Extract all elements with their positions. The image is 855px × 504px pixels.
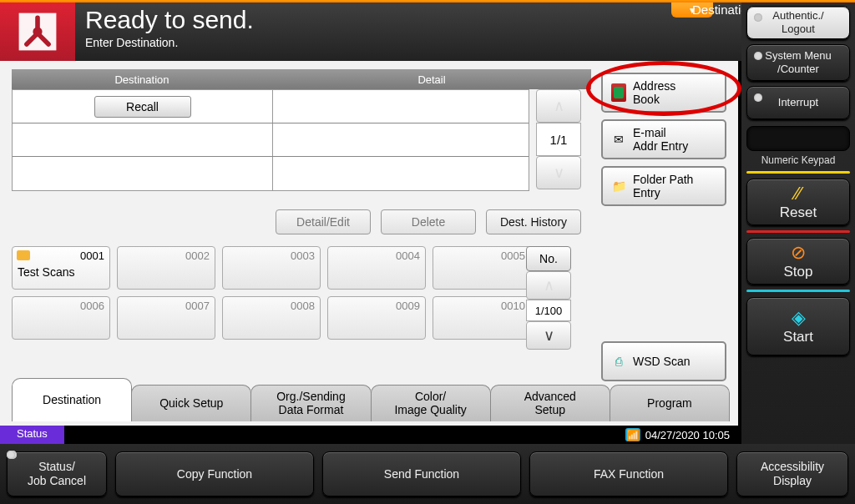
address-book-button[interactable]: Address Book [601, 73, 726, 113]
one-touch-cell[interactable]: 0002 [117, 246, 215, 290]
clock: 04/27/2020 10:05 [645, 429, 730, 441]
cell-number: 0004 [396, 249, 420, 262]
cell-name: Test Scans [18, 265, 104, 279]
one-touch-grid: 0001Test Scans00020003000400050006000700… [12, 246, 531, 340]
interrupt-button[interactable]: Interrupt [746, 86, 850, 119]
one-touch-cell[interactable]: 0005 [433, 246, 531, 290]
start-button[interactable]: ◈Start [746, 297, 850, 355]
status-indicator[interactable]: Status [0, 426, 64, 444]
cell-number: 0005 [501, 249, 525, 262]
numeric-keypad-label: Numeric Keypad [746, 154, 850, 166]
delete-button[interactable]: Delete [381, 209, 476, 234]
one-touch-cell[interactable]: 0006 [12, 296, 110, 340]
scroll-up-icon[interactable]: ∧ [536, 89, 581, 123]
reset-button[interactable]: ⁄⁄Reset [746, 179, 850, 225]
grid-down-icon[interactable]: ∨ [526, 321, 571, 350]
email-icon: ✉ [610, 130, 628, 149]
one-touch-cell[interactable]: 0004 [327, 246, 426, 290]
wsd-scan-button[interactable]: ⎙ WSD Scan [601, 341, 726, 381]
cell-number: 0006 [80, 300, 104, 312]
header: Ready to send. Enter Destination. Destin… [0, 3, 855, 61]
copy-function-button[interactable]: Copy Function [115, 451, 314, 496]
cell-number: 0010 [501, 300, 525, 312]
column-header-destination: Destination [12, 73, 272, 86]
status-job-cancel-button[interactable]: Status/ Job Cancel [7, 451, 107, 496]
authenticate-logout-button[interactable]: Authentic./ Logout [746, 6, 850, 39]
wifi-icon: 📶 [625, 428, 640, 441]
tab-advanced[interactable]: Advanced Setup [490, 385, 610, 421]
cell-number: 0002 [185, 249, 210, 262]
wsd-scan-icon: ⎙ [610, 352, 628, 370]
accessibility-display-button[interactable]: Accessibility Display [736, 451, 848, 496]
folder-path-entry-button[interactable]: 📁 Folder Path Entry [601, 166, 726, 206]
cell-number: 0008 [291, 300, 315, 312]
one-touch-cell[interactable]: 0009 [327, 296, 426, 340]
one-touch-cell[interactable]: 0003 [222, 246, 321, 290]
tab-color-quality[interactable]: Color/ Image Quality [371, 385, 491, 421]
one-touch-cell[interactable]: 0007 [117, 296, 215, 340]
tab-org-sending[interactable]: Org./Sending Data Format [250, 385, 371, 421]
page-subtitle: Enter Destination. [85, 36, 678, 49]
page-title: Ready to send. [85, 6, 678, 34]
cell-number: 0001 [80, 249, 104, 262]
send-mode-icon [0, 3, 75, 61]
tab-destination[interactable]: Destination [12, 378, 132, 421]
address-book-icon [610, 83, 628, 102]
fax-function-button[interactable]: FAX Function [529, 451, 728, 496]
cell-number: 0007 [185, 300, 210, 312]
grid-page-indicator: 1/100 [526, 300, 571, 321]
main-panel: Destination Detail Recall ∧ 1/1 ∨ Addres… [0, 61, 738, 426]
table-row[interactable]: Recall [13, 90, 529, 123]
send-function-button[interactable]: Send Function [322, 451, 521, 496]
recall-button[interactable]: Recall [94, 96, 191, 118]
tab-program[interactable]: Program [610, 385, 730, 421]
hardware-bottom-bar: Status/ Job Cancel Copy Function Send Fu… [0, 444, 855, 504]
table-row[interactable] [13, 123, 529, 157]
svg-point-1 [33, 27, 42, 36]
dest-history-button[interactable]: Dest. History [486, 209, 581, 234]
one-touch-cell[interactable]: 0001Test Scans [12, 246, 110, 290]
detail-edit-button[interactable]: Detail/Edit [276, 209, 371, 234]
dest-page-indicator: 1/1 [536, 123, 581, 156]
system-menu-button[interactable]: System Menu /Counter [746, 44, 850, 81]
email-addr-entry-button[interactable]: ✉ E-mail Addr Entry [601, 119, 726, 159]
grid-up-icon[interactable]: ∧ [526, 271, 571, 300]
bottom-tabs: Destination Quick Setup Org./Sending Dat… [12, 378, 730, 421]
table-row[interactable] [13, 157, 529, 190]
one-touch-cell[interactable]: 0008 [222, 296, 321, 340]
scroll-down-icon[interactable]: ∨ [536, 156, 581, 189]
folder-icon [17, 250, 30, 260]
one-touch-cell[interactable]: 0010 [433, 296, 531, 340]
destination-table: Destination Detail Recall [12, 69, 591, 191]
number-search-button[interactable]: No. [526, 246, 571, 271]
folder-icon: 📁 [610, 177, 628, 195]
stop-button[interactable]: ⊘Stop [746, 238, 850, 285]
tab-quick-setup[interactable]: Quick Setup [131, 385, 251, 421]
cell-number: 0009 [396, 300, 420, 312]
column-header-detail: Detail [272, 73, 591, 86]
cell-number: 0003 [291, 249, 315, 262]
hardware-side-panel: Authentic./ Logout System Menu /Counter … [741, 3, 855, 444]
blank-button[interactable] [746, 126, 850, 151]
